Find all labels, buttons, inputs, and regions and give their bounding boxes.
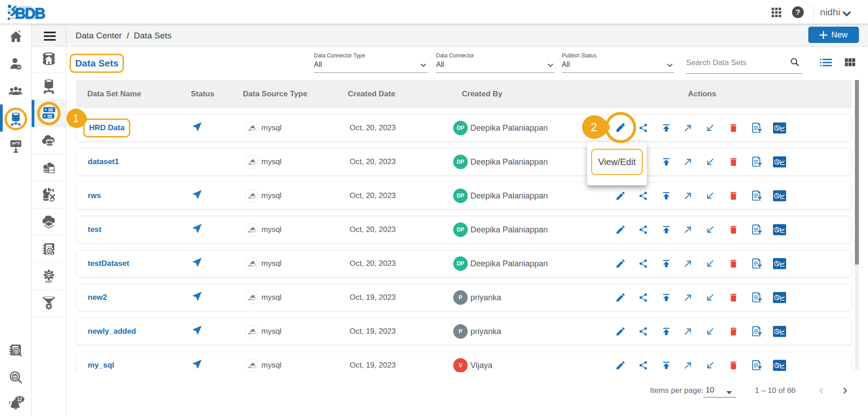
svg-text:SQL: SQL	[251, 231, 255, 233]
svg-text:?: ?	[796, 8, 800, 17]
svg-text:SQL: SQL	[251, 332, 255, 335]
svg-text:SQL: SQL	[251, 129, 255, 131]
svg-text:SQL: SQL	[251, 197, 255, 199]
svg-text:SQL: SQL	[251, 298, 255, 301]
svg-text:2: 2	[591, 120, 597, 134]
svg-text:1: 1	[73, 113, 79, 124]
svg-text:</>: </>	[50, 168, 54, 171]
svg-text:API: API	[45, 279, 52, 284]
svg-text:SQL: SQL	[251, 163, 255, 165]
svg-text:BDB: BDB	[15, 5, 45, 22]
svg-text:SQL: SQL	[251, 366, 255, 369]
svg-text:12: 12	[17, 397, 23, 402]
svg-text:SQL: SQL	[251, 265, 255, 267]
